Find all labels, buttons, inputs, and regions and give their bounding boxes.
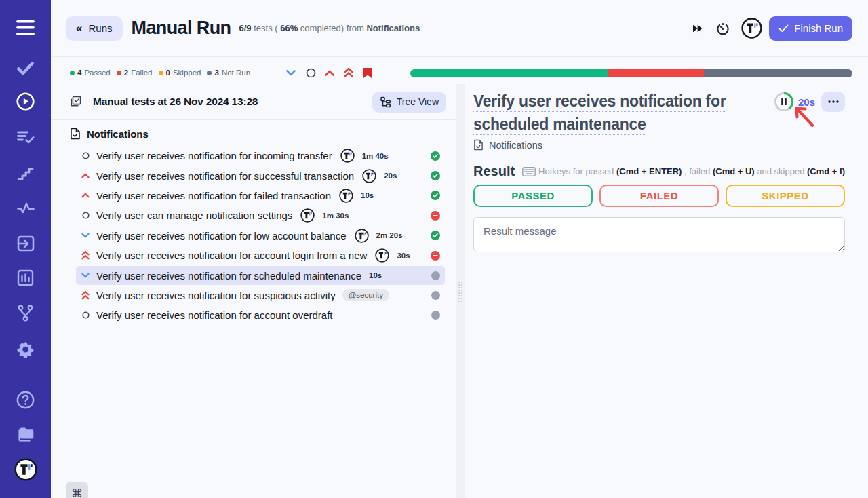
pause-timer-button[interactable] [774, 92, 794, 112]
detail-header: Verify user receives notification for sc… [473, 90, 845, 136]
automated-test-badge-icon [300, 208, 315, 223]
result-row: Result Hotkeys for passed (Cmd + ENTER) … [473, 164, 845, 178]
count-dot [70, 71, 75, 75]
count-value: 4 [77, 69, 81, 77]
priority-normal-icon [81, 311, 90, 319]
test-list-panel: Manual tests at 26 Nov 2024 13:28 Tree V… [51, 84, 456, 498]
finish-run-button[interactable]: Finish Run [769, 16, 852, 41]
sidebar-menu-icon[interactable] [0, 16, 51, 39]
sidebar-help-circle-icon[interactable] [0, 389, 51, 412]
tree-view-button[interactable]: Tree View [372, 92, 446, 113]
status-notrun-icon [431, 311, 440, 320]
status-failed-icon [431, 251, 440, 261]
test-row-title: Verify user receives notification for lo… [96, 230, 347, 242]
sidebar-logo-icon[interactable] [0, 458, 51, 481]
back-chevrons-icon: « [76, 22, 82, 35]
run-stats: 6/9 tests ( 66% completed) from Notifica… [239, 23, 420, 33]
hotkeys-hint: Hotkeys for passed (Cmd + ENTER) , faile… [522, 166, 845, 176]
automated-test-badge-icon [355, 229, 369, 243]
status-notrun-icon [431, 291, 440, 300]
status-passed-icon [431, 171, 440, 180]
sidebar-play-circle-icon[interactable] [0, 90, 51, 113]
sidebar-list-check-icon[interactable] [0, 126, 51, 149]
page-title: Manual Run [132, 18, 231, 39]
count-skipped: 0Skipped [159, 69, 201, 77]
verdict-buttons: PASSED FAILED SKIPPED [473, 185, 845, 207]
filter-priority-normal-icon[interactable] [305, 67, 316, 78]
run-stats-text2: completed) from [298, 23, 366, 33]
status-row: 4Passed2Failed0Skipped3Not Run [51, 57, 868, 84]
filter-priority-low-icon[interactable] [285, 67, 296, 78]
result-message-input[interactable] [473, 217, 845, 252]
count-value: 2 [124, 69, 128, 77]
hotkeys-text: Hotkeys for passed [538, 166, 616, 176]
sidebar-steps-icon[interactable] [0, 161, 51, 185]
test-row-title: Verify user receives notification for in… [96, 150, 332, 161]
suite-header[interactable]: Notifications [51, 127, 456, 140]
run-stats-suite: Notifications [366, 23, 420, 33]
test-row-title: Verify user receives notification for fa… [96, 190, 331, 202]
test-tag-badge: @security [342, 289, 389, 301]
test-row[interactable]: Verify user receives notification for sc… [76, 266, 445, 284]
test-duration: 20s [384, 172, 397, 180]
test-row[interactable]: Verify user can manage notification sett… [76, 206, 445, 225]
more-actions-button[interactable] [821, 92, 845, 112]
automated-test-badge-icon [340, 149, 355, 163]
main-area: « Runs Manual Run 6/9 tests ( 66% comple… [51, 0, 868, 498]
finish-run-label: Finish Run [794, 22, 843, 34]
test-row[interactable]: Verify user receives notification for su… [76, 166, 445, 185]
test-row[interactable]: Verify user receives notification for su… [76, 286, 445, 305]
timer-button[interactable] [715, 21, 730, 36]
priority-high-icon [81, 173, 90, 178]
sidebar-check-icon[interactable] [0, 56, 51, 79]
sidebar-gear-icon[interactable] [0, 337, 51, 360]
filter-priority-critical-icon[interactable] [343, 67, 354, 78]
test-row[interactable]: Verify user receives notification for lo… [76, 227, 445, 245]
automated-test-badge-icon [339, 189, 353, 203]
brand-logo[interactable] [741, 18, 762, 39]
run-stats-text: tests ( [252, 23, 281, 33]
back-to-runs-button[interactable]: « Runs [66, 16, 123, 41]
test-title-link[interactable]: Verify user receives notification for sc… [473, 90, 774, 136]
automated-test-badge-icon [375, 248, 389, 263]
test-detail-panel: Verify user receives notification for sc… [465, 84, 868, 498]
sidebar-activity-icon[interactable] [0, 197, 51, 220]
filter-priority-high-icon[interactable] [324, 67, 335, 78]
priority-filters [285, 67, 373, 78]
timer-value: 20s [798, 96, 815, 108]
failed-button[interactable]: FAILED [599, 185, 719, 207]
sidebar-git-branch-icon[interactable] [0, 301, 51, 324]
sidebar-import-icon[interactable] [0, 232, 51, 255]
status-passed-icon [431, 231, 440, 240]
progress-passed-segment [410, 69, 608, 77]
filter-bookmark-icon[interactable] [362, 67, 373, 78]
test-row[interactable]: Verify user receives notification for ac… [76, 246, 445, 265]
cmd-shortcut-button[interactable]: ⌘ [66, 482, 88, 498]
stopwatch-icon [715, 21, 730, 36]
back-to-runs-label: Runs [88, 22, 112, 34]
status-notrun-icon [431, 271, 440, 280]
breadcrumb-suite[interactable]: Notifications [489, 140, 542, 151]
result-heading: Result [473, 164, 515, 178]
sidebar-folders-icon[interactable] [0, 423, 51, 446]
run-progress-bar [410, 69, 852, 77]
fast-forward-button[interactable] [692, 24, 703, 33]
progress-failed-segment [608, 69, 704, 77]
resize-grip-icon [458, 282, 462, 302]
count-dot [159, 71, 163, 75]
ellipsis-icon [828, 100, 839, 103]
skipped-button[interactable]: SKIPPED [726, 185, 845, 207]
annotation-arrow-icon [791, 103, 821, 133]
passed-button[interactable]: PASSED [473, 185, 593, 207]
progress-remaining-segment [704, 69, 852, 77]
count-passed: 4Passed [70, 69, 111, 77]
sidebar-bar-chart-icon[interactable] [0, 267, 51, 290]
priority-high-icon [81, 193, 90, 198]
test-row[interactable]: Verify user receives notification for fa… [76, 187, 445, 205]
test-row-title: Verify user receives notification for ac… [96, 250, 367, 261]
test-row[interactable]: Verify user receives notification for ac… [76, 306, 445, 324]
count-dot [117, 71, 121, 75]
priority-critical-icon [81, 291, 90, 300]
test-row[interactable]: Verify user receives notification for in… [76, 147, 445, 165]
panel-resize-gutter[interactable] [456, 84, 465, 498]
